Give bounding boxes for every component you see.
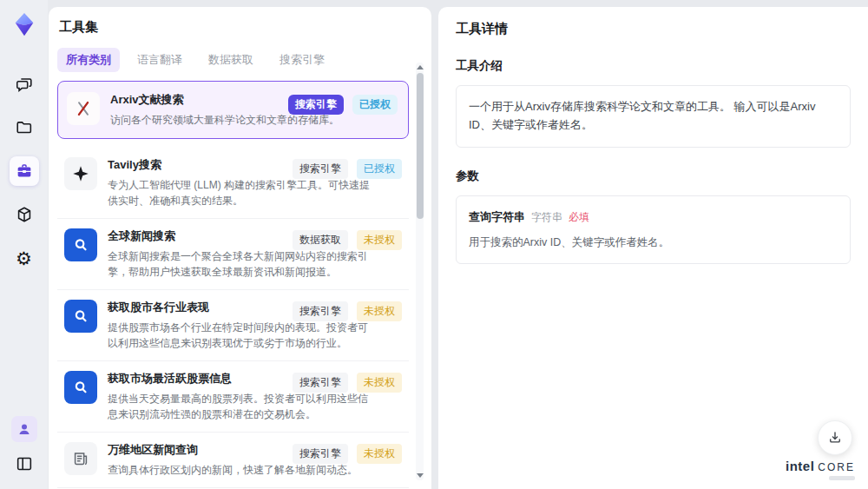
tool-description: 提供当天交易量最高的股票列表。投资者可以利用这些信息来识别流动性强的股票和潜在的… [108, 391, 372, 422]
tool-card[interactable]: 全球新闻搜索 全球新闻搜索是一个聚合全球各大新闻网站内容的搜索引擎，帮助用户快速… [57, 219, 409, 290]
category-badge: 搜索引擎 [288, 95, 344, 115]
tool-badges: 搜索引擎 已授权 [293, 159, 402, 179]
tool-list: Arxiv文献搜索 访问各个研究领域大量科学论文和文章的存储库。 搜索引擎 已授… [57, 81, 409, 488]
chat-icon [15, 75, 34, 94]
intro-box: 一个用于从Arxiv存储库搜索科学论文和文章的工具。 输入可以是Arxiv ID… [456, 85, 851, 148]
category-badge: 数据获取 [293, 230, 348, 250]
toolbox-icon [15, 162, 34, 181]
panel-toggle[interactable] [10, 449, 39, 479]
tab-3[interactable]: 数据获取 [200, 48, 262, 72]
category-badge: 搜索引擎 [293, 373, 348, 393]
download-icon [827, 430, 843, 446]
tool-card[interactable]: Tavily搜索 专为人工智能代理 (LLM) 构建的搜索引擎工具。可快速提供实… [57, 148, 409, 219]
gear-icon: ⚙ [16, 249, 32, 268]
folder-icon [15, 118, 34, 137]
app-sidebar: ⚙ [0, 0, 48, 489]
tool-description: 提供股票市场各个行业在特定时间段内的表现。投资者可以利用这些信息来识别表现优于或… [108, 320, 372, 351]
tool-name: 获取股市各行业表现 [108, 300, 281, 315]
param-description: 用于搜索的Arxiv ID、关键字或作者姓名。 [469, 234, 838, 251]
scroll-up-arrow-icon[interactable] [417, 65, 424, 69]
nav-tools[interactable] [10, 156, 39, 186]
cube-icon [15, 205, 34, 224]
auth-badge: 未授权 [357, 301, 402, 321]
sidebar-nav: ⚙ [10, 69, 39, 273]
tool-name: Arxiv文献搜索 [110, 92, 284, 108]
intro-text: 一个用于从Arxiv存储库搜索科学论文和文章的工具。 输入可以是Arxiv ID… [469, 100, 815, 131]
search-icon [71, 378, 90, 397]
tool-badges: 搜索引擎 未授权 [293, 444, 402, 464]
param-type: 字符串 [531, 209, 562, 226]
category-badge: 搜索引擎 [293, 444, 348, 464]
tool-card[interactable]: 获取市场最活跃股票信息 提供当天交易量最高的股票列表。投资者可以利用这些信息来识… [57, 361, 409, 433]
category-tabs: 所有类别语言翻译数据获取搜索引擎 [57, 48, 409, 72]
tool-badges: 数据获取 未授权 [293, 230, 402, 250]
auth-badge: 未授权 [357, 230, 402, 250]
user-icon [16, 421, 32, 437]
sidebar-bottom [10, 416, 39, 479]
core-brand-text: CORE [818, 461, 855, 473]
scrollbar[interactable] [416, 63, 424, 480]
arxiv-logo-icon [74, 99, 93, 118]
auth-badge: 未授权 [357, 444, 402, 464]
param-card: 查询字符串 字符串 必填 用于搜索的Arxiv ID、关键字或作者姓名。 [456, 195, 851, 265]
user-avatar[interactable] [11, 416, 37, 442]
tools-panel-title: 工具集 [59, 19, 409, 36]
tab-1[interactable]: 所有类别 [57, 48, 120, 72]
tool-card[interactable]: 万维地区新闻查询 查询具体行政区划内的新闻，快速了解各地新闻动态。 搜索引擎 未… [57, 433, 409, 488]
category-badge: 搜索引擎 [293, 301, 348, 321]
auth-badge: 已授权 [352, 95, 398, 115]
tool-name: Tavily搜索 [108, 157, 281, 173]
tool-name: 万维地区新闻查询 [108, 442, 281, 458]
tool-name: 获取市场最活跃股票信息 [108, 371, 281, 387]
param-required-badge: 必填 [569, 209, 589, 226]
tool-badges: 搜索引擎 未授权 [293, 373, 402, 393]
category-badge: 搜索引擎 [293, 159, 348, 179]
tool-name: 全球新闻搜索 [108, 228, 281, 244]
intel-core-logo: intelCORE [786, 459, 855, 480]
tool-card[interactable]: Arxiv文献搜索 访问各个研究领域大量科学论文和文章的存储库。 搜索引擎 已授… [57, 81, 409, 139]
intro-heading: 工具介绍 [456, 58, 851, 74]
scrollbar-thumb[interactable] [417, 73, 424, 219]
download-button[interactable] [818, 420, 852, 455]
search-icon [71, 235, 90, 254]
intel-logo-subbar [829, 476, 855, 480]
nav-settings[interactable]: ⚙ [10, 243, 39, 273]
tool-description: 专为人工智能代理 (LLM) 构建的搜索引擎工具。可快速提供实时、准确和真实的结… [108, 177, 372, 208]
tavily-star-icon [71, 164, 90, 183]
tool-card[interactable]: 获取股市各行业表现 提供股票市场各个行业在特定时间段内的表现。投资者可以利用这些… [57, 290, 409, 361]
panel-toggle-icon [15, 454, 34, 473]
diamond-logo-icon [11, 11, 37, 37]
tool-badges: 搜索引擎 已授权 [288, 95, 398, 115]
tool-description: 全球新闻搜索是一个聚合全球各大新闻网站内容的搜索引擎，帮助用户快速获取全球最新资… [108, 248, 372, 280]
scroll-down-arrow-icon[interactable] [417, 473, 424, 478]
tool-badges: 搜索引擎 未授权 [293, 301, 402, 321]
tool-description: 查询具体行政区划内的新闻，快速了解各地新闻动态。 [108, 462, 372, 478]
intel-brand-text: intel [786, 459, 814, 473]
app-logo[interactable] [10, 10, 38, 38]
param-name: 查询字符串 [469, 208, 525, 227]
search-icon [71, 307, 90, 326]
param-head: 查询字符串 字符串 必填 [469, 208, 838, 227]
tools-panel: 工具集 所有类别语言翻译数据获取搜索引擎 Arxiv文献搜索 访问各个研究 [49, 7, 431, 489]
auth-badge: 未授权 [357, 373, 402, 393]
nav-files[interactable] [10, 113, 39, 142]
params-heading: 参数 [456, 169, 851, 184]
tab-2[interactable]: 语言翻译 [128, 48, 191, 72]
nav-models[interactable] [10, 200, 39, 229]
nav-chat[interactable] [10, 69, 39, 99]
news-icon [71, 449, 90, 468]
tab-4[interactable]: 搜索引擎 [271, 48, 333, 72]
auth-badge: 已授权 [357, 159, 402, 179]
detail-panel: 工具详情 工具介绍 一个用于从Arxiv存储库搜索科学论文和文章的工具。 输入可… [438, 7, 868, 489]
detail-panel-title: 工具详情 [456, 21, 851, 37]
